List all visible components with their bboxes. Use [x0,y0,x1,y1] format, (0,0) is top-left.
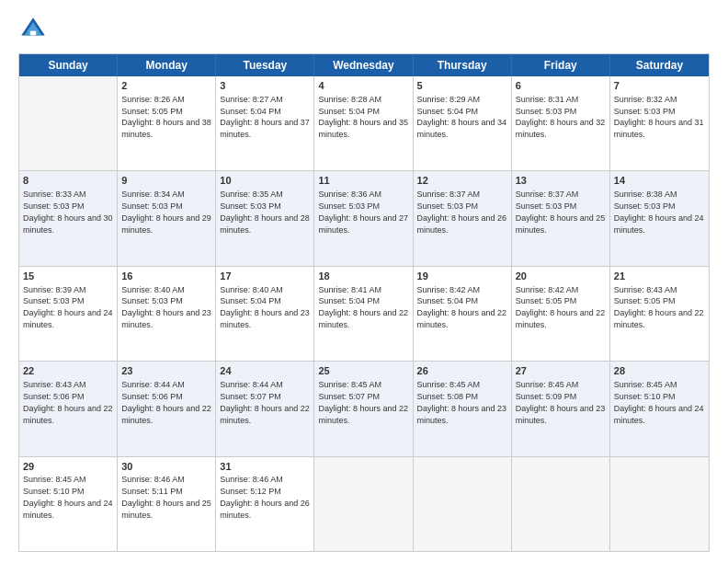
day-number: 17 [220,270,310,283]
calendar-cell: 13Sunrise: 8:37 AMSunset: 5:03 PMDayligh… [512,171,610,265]
day-number: 19 [417,270,507,283]
calendar-cell: 25Sunrise: 8:45 AMSunset: 5:07 PMDayligh… [314,362,413,455]
calendar-cell: 24Sunrise: 8:44 AMSunset: 5:07 PMDayligh… [216,362,314,455]
calendar-cell: 10Sunrise: 8:35 AMSunset: 5:03 PMDayligh… [216,171,314,265]
logo [18,15,51,44]
day-number: 10 [220,174,310,188]
calendar-row-2: 8Sunrise: 8:33 AMSunset: 5:03 PMDaylight… [19,170,709,265]
day-number: 6 [516,79,606,93]
cell-info: Sunrise: 8:31 AMSunset: 5:03 PMDaylight:… [516,95,606,139]
cell-info: Sunrise: 8:36 AMSunset: 5:03 PMDaylight:… [318,190,408,234]
day-number: 30 [121,460,211,474]
calendar-cell: 12Sunrise: 8:37 AMSunset: 5:03 PMDayligh… [414,171,512,265]
cell-info: Sunrise: 8:46 AMSunset: 5:11 PMDaylight:… [121,475,211,519]
calendar-cell [414,457,512,551]
day-header-thursday: Thursday [414,54,512,76]
day-number: 21 [614,270,705,283]
cell-info: Sunrise: 8:42 AMSunset: 5:05 PMDaylight:… [516,285,606,329]
day-number: 2 [121,79,211,93]
logo-icon [18,15,48,44]
calendar-cell: 6Sunrise: 8:31 AMSunset: 5:03 PMDaylight… [512,76,610,170]
cell-info: Sunrise: 8:33 AMSunset: 5:03 PMDaylight:… [23,190,113,234]
calendar-cell: 8Sunrise: 8:33 AMSunset: 5:03 PMDaylight… [19,171,118,265]
day-number: 28 [614,364,705,378]
cell-info: Sunrise: 8:46 AMSunset: 5:12 PMDaylight:… [220,475,310,519]
day-number: 29 [23,460,113,474]
cell-info: Sunrise: 8:43 AMSunset: 5:06 PMDaylight:… [23,380,113,424]
calendar-row-1: 2Sunrise: 8:26 AMSunset: 5:05 PMDaylight… [19,76,709,170]
calendar-cell: 2Sunrise: 8:26 AMSunset: 5:05 PMDaylight… [118,76,216,170]
calendar-cell: 31Sunrise: 8:46 AMSunset: 5:12 PMDayligh… [216,457,314,551]
calendar-cell: 22Sunrise: 8:43 AMSunset: 5:06 PMDayligh… [19,362,118,455]
day-number: 4 [318,79,408,93]
calendar-cell [19,76,118,170]
calendar-cell: 20Sunrise: 8:42 AMSunset: 5:05 PMDayligh… [512,267,610,361]
cell-info: Sunrise: 8:42 AMSunset: 5:04 PMDaylight:… [417,285,507,329]
day-number: 12 [417,174,507,188]
cell-info: Sunrise: 8:45 AMSunset: 5:07 PMDaylight:… [318,380,408,424]
day-number: 24 [220,364,310,378]
cell-info: Sunrise: 8:45 AMSunset: 5:09 PMDaylight:… [516,380,606,424]
cell-info: Sunrise: 8:45 AMSunset: 5:10 PMDaylight:… [23,475,113,519]
day-number: 27 [516,364,606,378]
day-number: 8 [23,174,113,188]
calendar-cell: 17Sunrise: 8:40 AMSunset: 5:04 PMDayligh… [216,267,314,361]
cell-info: Sunrise: 8:40 AMSunset: 5:03 PMDaylight:… [121,285,211,329]
cell-info: Sunrise: 8:41 AMSunset: 5:04 PMDaylight:… [318,285,408,329]
day-header-friday: Friday [512,54,610,76]
cell-info: Sunrise: 8:38 AMSunset: 5:03 PMDaylight:… [614,190,704,234]
day-header-sunday: Sunday [19,54,118,76]
cell-info: Sunrise: 8:39 AMSunset: 5:03 PMDaylight:… [23,285,113,329]
calendar-cell: 7Sunrise: 8:32 AMSunset: 5:03 PMDaylight… [610,76,709,170]
day-number: 11 [318,174,408,188]
calendar-cell [314,457,413,551]
calendar-cell: 16Sunrise: 8:40 AMSunset: 5:03 PMDayligh… [118,267,216,361]
calendar-page: SundayMondayTuesdayWednesdayThursdayFrid… [0,0,728,563]
header [18,15,710,44]
day-number: 15 [23,270,113,283]
calendar-cell: 28Sunrise: 8:45 AMSunset: 5:10 PMDayligh… [610,362,709,455]
calendar-cell: 9Sunrise: 8:34 AMSunset: 5:03 PMDaylight… [118,171,216,265]
calendar-cell: 30Sunrise: 8:46 AMSunset: 5:11 PMDayligh… [118,457,216,551]
day-number: 26 [417,364,507,378]
calendar-cell: 15Sunrise: 8:39 AMSunset: 5:03 PMDayligh… [19,267,118,361]
day-number: 25 [318,364,408,378]
day-number: 22 [23,364,113,378]
calendar-cell: 29Sunrise: 8:45 AMSunset: 5:10 PMDayligh… [19,457,118,551]
cell-info: Sunrise: 8:40 AMSunset: 5:04 PMDaylight:… [220,285,310,329]
cell-info: Sunrise: 8:29 AMSunset: 5:04 PMDaylight:… [417,95,507,139]
day-number: 7 [614,79,705,93]
calendar: SundayMondayTuesdayWednesdayThursdayFrid… [18,53,710,552]
cell-info: Sunrise: 8:28 AMSunset: 5:04 PMDaylight:… [318,95,408,139]
calendar-cell [512,457,610,551]
day-number: 3 [220,79,310,93]
calendar-header: SundayMondayTuesdayWednesdayThursdayFrid… [19,54,709,76]
cell-info: Sunrise: 8:26 AMSunset: 5:05 PMDaylight:… [121,95,211,139]
cell-info: Sunrise: 8:37 AMSunset: 5:03 PMDaylight:… [417,190,507,234]
cell-info: Sunrise: 8:37 AMSunset: 5:03 PMDaylight:… [516,190,606,234]
cell-info: Sunrise: 8:45 AMSunset: 5:08 PMDaylight:… [417,380,507,424]
calendar-cell: 26Sunrise: 8:45 AMSunset: 5:08 PMDayligh… [414,362,512,455]
cell-info: Sunrise: 8:34 AMSunset: 5:03 PMDaylight:… [121,190,211,234]
day-header-tuesday: Tuesday [216,54,314,76]
calendar-cell: 18Sunrise: 8:41 AMSunset: 5:04 PMDayligh… [314,267,413,361]
day-header-wednesday: Wednesday [314,54,413,76]
day-number: 18 [318,270,408,283]
calendar-row-3: 15Sunrise: 8:39 AMSunset: 5:03 PMDayligh… [19,266,709,361]
svg-rect-2 [30,31,36,36]
cell-info: Sunrise: 8:27 AMSunset: 5:04 PMDaylight:… [220,95,310,139]
day-number: 5 [417,79,507,93]
day-number: 14 [614,174,705,188]
calendar-cell [610,457,709,551]
calendar-body: 2Sunrise: 8:26 AMSunset: 5:05 PMDaylight… [19,76,709,551]
calendar-cell: 14Sunrise: 8:38 AMSunset: 5:03 PMDayligh… [610,171,709,265]
day-number: 23 [121,364,211,378]
day-header-saturday: Saturday [610,54,709,76]
calendar-cell: 23Sunrise: 8:44 AMSunset: 5:06 PMDayligh… [118,362,216,455]
day-number: 31 [220,460,310,474]
cell-info: Sunrise: 8:35 AMSunset: 5:03 PMDaylight:… [220,190,310,234]
day-number: 13 [516,174,606,188]
day-number: 16 [121,270,211,283]
calendar-cell: 4Sunrise: 8:28 AMSunset: 5:04 PMDaylight… [314,76,413,170]
calendar-cell: 27Sunrise: 8:45 AMSunset: 5:09 PMDayligh… [512,362,610,455]
